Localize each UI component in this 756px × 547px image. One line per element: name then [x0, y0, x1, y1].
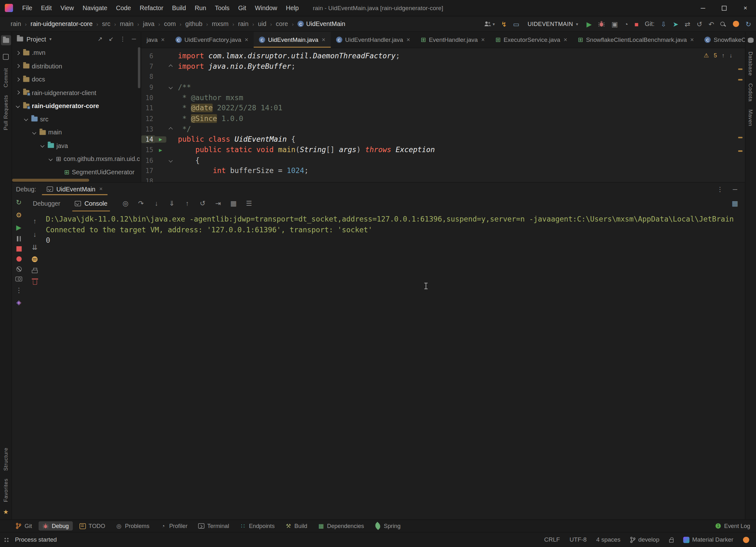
tree-arrow[interactable] [48, 158, 54, 160]
show-execution-point-icon[interactable]: ◎ [121, 199, 130, 207]
editor-tab-snowflakeclie[interactable]: CSnowflakeClie× [699, 32, 745, 48]
print-icon[interactable] [32, 270, 37, 273]
refresh-icon[interactable]: ↻ [746, 20, 751, 28]
more-options-icon[interactable]: ⋮ [717, 186, 723, 193]
encoding-widget[interactable]: UTF-8 [570, 536, 587, 543]
editor-tab-uideventhandler-java[interactable]: CUidEventHandler.java× [331, 32, 415, 48]
editor-tab-uideventfactory-java[interactable]: CUidEventFactory.java× [170, 32, 254, 48]
scrollbar-warning-mark[interactable] [738, 150, 743, 152]
fold-icon[interactable] [166, 86, 175, 88]
step-out-icon[interactable]: ↑ [183, 199, 191, 207]
toolwindow-button-git[interactable]: Git [11, 521, 36, 531]
tab-close-icon[interactable]: × [564, 36, 567, 43]
thread-dump-camera-icon[interactable] [16, 277, 22, 281]
settings-gear-icon[interactable]: ⚙ [16, 211, 22, 219]
editor-tab-java[interactable]: java× [141, 32, 170, 48]
breadcrumb-item-github[interactable]: github [184, 20, 203, 28]
editor-tab-uideventmain-java[interactable]: CUidEventMain.java× [254, 32, 331, 48]
tree-arrow[interactable] [23, 118, 29, 121]
menubar-item-window[interactable]: Window [251, 0, 282, 16]
scrollbar-warning-mark[interactable] [738, 68, 743, 70]
breadcrumb-item-mxsm[interactable]: mxsm [211, 20, 230, 28]
expand-all-icon[interactable]: ↗ [98, 36, 102, 42]
clear-console-icon[interactable] [33, 280, 37, 284]
debug-session-tab[interactable]: UidEventMain × [42, 183, 108, 195]
menubar-item-code[interactable]: Code [112, 0, 135, 16]
scroll-to-end-icon[interactable]: ⇊ [32, 244, 38, 251]
stop-button[interactable] [16, 246, 22, 252]
debug-button[interactable] [598, 20, 605, 28]
fold-icon[interactable] [166, 127, 175, 130]
editor-tab-eventhandler-java[interactable]: ⊞EventHandler.java× [415, 32, 490, 48]
tree-arrow[interactable] [15, 91, 21, 94]
soft-wraps-icon[interactable] [32, 257, 37, 262]
prev-warning-icon[interactable]: ↑ [722, 52, 725, 59]
toolwindow-button-todo[interactable]: TODO [75, 521, 109, 531]
tree-arrow[interactable] [15, 65, 21, 68]
fold-icon[interactable] [166, 159, 175, 162]
maximize-button[interactable] [714, 0, 735, 16]
breadcrumb-item-rain[interactable]: rain [237, 20, 250, 28]
tool-strip-label-maven[interactable]: Maven [748, 109, 753, 126]
down-stack-trace-icon[interactable]: ↓ [33, 231, 36, 238]
line-ending-widget[interactable]: CRLF [544, 536, 560, 543]
tool-strip-label-codota[interactable]: Codota [748, 83, 753, 102]
close-icon[interactable]: × [99, 186, 103, 192]
scrollbar-warning-mark[interactable] [738, 79, 743, 81]
tool-frame-icon[interactable]: ▭ [513, 20, 519, 28]
project-tree-item-rain-uidgenerator-core[interactable]: rain-uidgenerator-core [12, 99, 141, 113]
mute-breakpoints-button[interactable] [16, 267, 22, 272]
event-log-button[interactable]: 1 Event Log [715, 523, 750, 529]
collapse-all-icon[interactable]: ↙ [109, 36, 114, 42]
inspection-widget[interactable]: ⚠ 5 ↑ ↓ [704, 52, 732, 59]
toolwindow-button-build[interactable]: ⚒Build [281, 521, 311, 531]
toolwindow-button-spring[interactable]: Spring [371, 521, 404, 531]
project-tree-item-com-github-mxsm-rain-uid-c[interactable]: ⊞com.github.mxsm.rain.uid.c [12, 152, 141, 166]
next-warning-icon[interactable]: ↓ [729, 52, 732, 59]
scrollbar-warning-mark[interactable] [738, 137, 743, 139]
breadcrumb-item-uideventmain[interactable]: CUidEventMain [297, 20, 346, 28]
project-tree-item-rain-uidgenerator-client[interactable]: rain-uidgenerator-client [12, 86, 141, 99]
breadcrumb-item-java[interactable]: java [142, 20, 155, 28]
history-button[interactable]: ↺ [697, 20, 702, 28]
project-vertical-scrollbar[interactable] [138, 47, 140, 88]
lock-icon[interactable] [669, 539, 674, 543]
git-fetch-button[interactable]: ⇄ [685, 20, 690, 28]
resume-button[interactable]: ▶ [16, 224, 21, 231]
toolwindow-button-debug[interactable]: Debug [39, 521, 73, 531]
run-configuration-select[interactable]: UIDEVENTMAIN ▾ [528, 21, 578, 27]
tree-arrow[interactable] [15, 78, 21, 81]
run-line-icon[interactable]: ▶ [155, 147, 166, 153]
hide-panel-icon[interactable]: ─ [733, 186, 737, 193]
toolwindow-button-dependencies[interactable]: ▦Dependencies [314, 521, 368, 531]
toolwindow-button-terminal[interactable]: Terminal [194, 521, 233, 531]
pause-button[interactable] [17, 236, 21, 242]
code-with-me-users-icon[interactable]: ▾ [484, 21, 495, 27]
status-orange-dot-icon[interactable] [743, 537, 749, 543]
step-over-icon[interactable]: ↷ [137, 199, 145, 207]
menubar-item-build[interactable]: Build [168, 0, 190, 16]
coverage-button[interactable]: ▣ [611, 20, 618, 28]
search-everywhere-button[interactable] [720, 20, 727, 28]
tab-close-icon[interactable]: × [690, 36, 694, 43]
git-branch-widget[interactable]: develop [630, 536, 659, 543]
fold-icon[interactable] [166, 65, 175, 68]
tab-close-icon[interactable]: × [244, 36, 248, 43]
breadcrumb-item-rain-uidgenerator-core[interactable]: rain-uidgenerator-core [29, 20, 94, 28]
tab-close-icon[interactable]: × [407, 36, 410, 43]
code-editor[interactable]: 6import com.lmax.disruptor.util.DaemonTh… [141, 48, 745, 182]
minimize-button[interactable]: ─ [692, 0, 714, 16]
tool-windows-grid-icon[interactable] [4, 537, 9, 542]
breadcrumb-item-uid[interactable]: uid [257, 20, 267, 28]
up-stack-trace-icon[interactable]: ↑ [33, 218, 36, 225]
view-breakpoints-button[interactable] [16, 257, 22, 262]
menubar-item-help[interactable]: Help [282, 0, 303, 16]
toolwindow-button-endpoints[interactable]: ∷Endpoints [236, 521, 278, 531]
favorites-star-icon[interactable]: ★ [3, 508, 9, 516]
breadcrumb-item-src[interactable]: src [101, 20, 111, 28]
tool-strip-label-favorites[interactable]: Favorites [3, 479, 9, 502]
git-push-button[interactable]: ➤ [673, 20, 678, 28]
project-horizontal-scrollbar[interactable] [12, 179, 89, 182]
layout-settings-icon[interactable]: ▦ [732, 199, 745, 207]
step-into-icon[interactable]: ↓ [152, 199, 160, 207]
